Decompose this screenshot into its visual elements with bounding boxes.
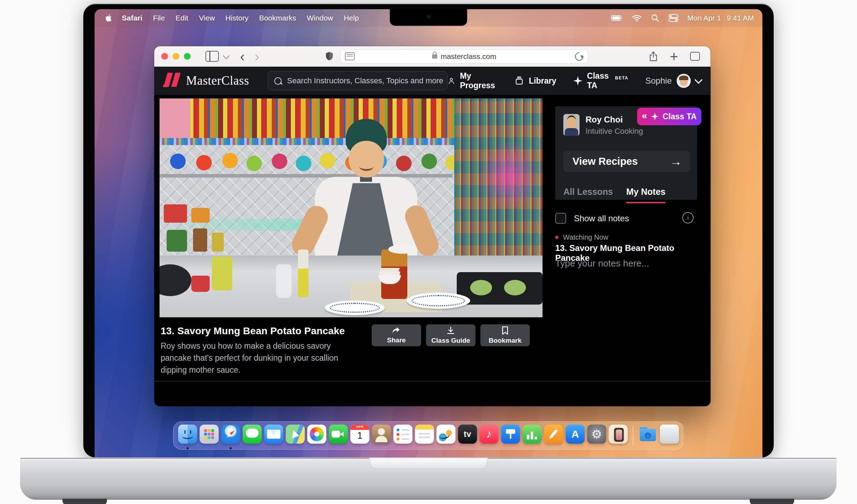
search-placeholder: Search Instructors, Classes, Topics and … bbox=[287, 76, 443, 85]
settings-dock-icon[interactable]: ⚙ bbox=[587, 425, 606, 444]
dock-item bbox=[522, 422, 542, 449]
menu-window[interactable]: Window bbox=[301, 14, 338, 22]
dock-item bbox=[221, 422, 241, 449]
spotlight-search-icon[interactable] bbox=[651, 13, 660, 23]
dock-item bbox=[264, 422, 284, 449]
notes-input[interactable]: Type your notes here... bbox=[555, 258, 649, 269]
view-recipes-button[interactable]: View Recipes → bbox=[563, 151, 690, 172]
nav-label: Library bbox=[529, 76, 556, 86]
menu-file[interactable]: File bbox=[148, 14, 170, 22]
lid-notch bbox=[369, 458, 488, 469]
video-still-decor bbox=[193, 228, 207, 252]
share-icon[interactable] bbox=[649, 51, 658, 62]
tab-all-lessons[interactable]: All Lessons bbox=[563, 187, 613, 203]
video-still-decor bbox=[212, 233, 224, 252]
facetime-dock-icon[interactable] bbox=[329, 425, 348, 444]
video-still-chef bbox=[349, 141, 384, 178]
privacy-shield-icon[interactable] bbox=[325, 51, 334, 62]
freeform-dock-icon[interactable] bbox=[437, 425, 456, 444]
chevron-down-icon[interactable] bbox=[223, 52, 230, 59]
contacts-dock-icon[interactable] bbox=[372, 425, 391, 444]
battery-icon[interactable] bbox=[611, 14, 623, 22]
menu-bar-status: Mon Apr 1 9:41 AM bbox=[611, 13, 754, 23]
downloads-dock-icon[interactable]: ↓ bbox=[639, 425, 658, 444]
lesson-video-player[interactable] bbox=[160, 98, 543, 317]
reload-icon[interactable] bbox=[573, 50, 585, 62]
avatar[interactable] bbox=[677, 74, 691, 88]
desktop-wallpaper: SafariFileEditViewHistoryBookmarksWindow… bbox=[95, 9, 762, 457]
back-button[interactable]: ‹ bbox=[235, 51, 250, 62]
mail-dock-icon[interactable] bbox=[264, 425, 283, 444]
zoom-window-button[interactable] bbox=[184, 53, 191, 60]
action-label: Share bbox=[387, 336, 406, 344]
keynote-dock-icon[interactable] bbox=[501, 425, 520, 444]
laptop-screen: SafariFileEditViewHistoryBookmarksWindow… bbox=[83, 4, 774, 457]
reader-icon[interactable] bbox=[345, 52, 355, 60]
dock-item: ↓ bbox=[638, 422, 658, 449]
bookmark-button[interactable]: Bookmark bbox=[480, 324, 530, 346]
messages-dock-icon[interactable] bbox=[243, 425, 262, 444]
finder-dock-icon[interactable] bbox=[178, 425, 197, 444]
menu-bar-date[interactable]: Mon Apr 1 bbox=[687, 14, 721, 22]
maps-dock-icon[interactable] bbox=[286, 425, 305, 444]
info-icon[interactable]: i bbox=[682, 212, 694, 223]
launchpad-dock-icon[interactable] bbox=[200, 425, 219, 444]
section-divider bbox=[154, 381, 711, 382]
nav-class-ta[interactable]: + Class TA BETA bbox=[573, 71, 628, 90]
reminders-dock-icon[interactable] bbox=[394, 425, 413, 444]
video-still-decor bbox=[381, 250, 407, 299]
control-center-icon[interactable] bbox=[668, 13, 679, 23]
notes-dock-icon[interactable] bbox=[415, 425, 434, 444]
close-window-button[interactable] bbox=[161, 53, 168, 60]
menu-safari[interactable]: Safari bbox=[116, 14, 148, 22]
trash-dock-icon[interactable] bbox=[660, 425, 679, 444]
sidebar-icon[interactable] bbox=[205, 51, 219, 62]
search-input[interactable]: Search Instructors, Classes, Topics and … bbox=[268, 71, 448, 90]
camera bbox=[427, 15, 431, 19]
class-guide-button[interactable]: Class Guide bbox=[426, 324, 475, 346]
laptop-foot bbox=[62, 499, 107, 504]
calendar-dock-icon[interactable]: APR1 bbox=[350, 425, 370, 444]
menu-bookmarks[interactable]: Bookmarks bbox=[254, 14, 301, 22]
user-name: Sophie bbox=[645, 76, 672, 86]
wifi-icon[interactable] bbox=[631, 14, 642, 22]
apple-menu-icon[interactable] bbox=[104, 13, 113, 23]
masterclass-logo-mark bbox=[163, 73, 181, 89]
safari-dock-icon[interactable] bbox=[221, 425, 240, 444]
dock-item bbox=[178, 422, 198, 449]
tab-my-notes[interactable]: My Notes bbox=[626, 187, 665, 203]
tv-dock-icon[interactable]: tv bbox=[458, 425, 477, 444]
tab-overview-icon[interactable] bbox=[690, 52, 700, 61]
show-all-notes-checkbox[interactable] bbox=[555, 213, 566, 224]
share-button[interactable]: Share bbox=[372, 324, 421, 346]
address-bar[interactable]: masterclass.com bbox=[340, 49, 588, 64]
nav-library[interactable]: Library bbox=[514, 76, 556, 86]
minimize-window-button[interactable] bbox=[173, 53, 179, 60]
iphone-mirroring-dock-icon[interactable] bbox=[609, 425, 628, 444]
user-menu[interactable]: Sophie bbox=[645, 74, 701, 88]
appstore-dock-icon[interactable]: A bbox=[566, 425, 585, 444]
masterclass-logo[interactable]: MasterClass bbox=[163, 73, 249, 89]
watching-now-label: Watching Now bbox=[563, 233, 608, 241]
menu-edit[interactable]: Edit bbox=[170, 14, 193, 22]
menu-view[interactable]: View bbox=[193, 14, 220, 22]
chevron-down-icon[interactable] bbox=[695, 76, 703, 84]
url-text[interactable]: masterclass.com bbox=[441, 52, 496, 61]
menu-history[interactable]: History bbox=[220, 14, 254, 22]
forward-button[interactable]: › bbox=[250, 51, 264, 62]
lesson-page: 13. Savory Mung Bean Potato Pancake Roy … bbox=[154, 95, 711, 406]
display-notch bbox=[390, 9, 467, 26]
person-icon bbox=[448, 76, 455, 86]
class-ta-collapse-button[interactable]: « + Class TA bbox=[637, 108, 701, 125]
video-still-decor bbox=[191, 276, 210, 292]
video-still-decor bbox=[164, 204, 187, 223]
menu-bar-time[interactable]: 9:41 AM bbox=[727, 14, 754, 22]
search-icon bbox=[274, 77, 282, 85]
photos-dock-icon[interactable] bbox=[307, 425, 326, 444]
new-tab-icon[interactable]: + bbox=[670, 51, 678, 62]
pages-dock-icon[interactable] bbox=[544, 425, 563, 444]
music-dock-icon[interactable]: ♪ bbox=[480, 425, 499, 444]
nav-my-progress[interactable]: My Progress bbox=[448, 71, 497, 90]
numbers-dock-icon[interactable] bbox=[523, 425, 542, 444]
menu-help[interactable]: Help bbox=[338, 14, 364, 22]
